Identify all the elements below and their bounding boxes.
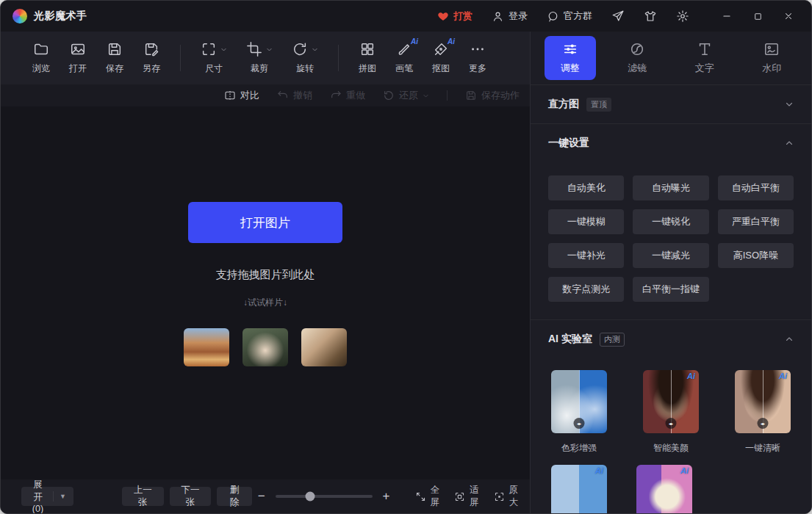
chevron-up-icon[interactable] [785,139,794,148]
previous-image-button[interactable]: 上一张 [122,487,164,506]
fit-screen-button[interactable]: 适屏 [454,484,479,509]
zoom-controls: − + [258,489,390,504]
tab-text[interactable]: 文字 [679,36,730,80]
undo-icon [277,90,289,101]
slider-handle-icon[interactable]: ◂▸ [758,418,769,429]
toolbar-rotate[interactable]: 旋转 [282,41,328,75]
fullscreen-button[interactable]: 全屏 [415,484,440,509]
zoom-slider[interactable] [276,495,373,498]
save-action-button[interactable]: 保存动作 [465,89,520,102]
ai-color-enhance[interactable]: ◂▸ 色彩增强 [551,370,607,455]
auto-white-balance-button[interactable]: 自动白平衡 [718,175,794,200]
ai-lab-thumb-partial[interactable]: Ai [551,465,607,513]
auto-exposure-button[interactable]: 自动曝光 [633,175,708,200]
ai-badge: Ai [779,372,787,380]
high-iso-denoise-button[interactable]: 高ISO降噪 [718,243,794,268]
official-group-link[interactable]: 官方群 [547,10,592,23]
toolbar-cutout[interactable]: Ai 抠图 [423,41,459,75]
maximize-button[interactable] [742,5,773,27]
tab-filters[interactable]: 滤镜 [611,36,663,80]
digital-spot-metering-button[interactable]: 数字点测光 [548,277,624,302]
close-button[interactable] [773,5,804,27]
collage-icon [359,41,376,57]
original-size-button[interactable]: 原大 [494,484,519,509]
one-key-section-header[interactable]: 一键设置 [531,123,811,162]
bottom-bar: 展开(0) ▼ 上一张 下一张 删除 − + 全屏 [1,479,530,513]
fit-screen-icon [454,491,465,502]
toolbar-brush[interactable]: Ai 画笔 [386,41,423,75]
toolbar-collage[interactable]: 拼图 [349,41,386,75]
toolbar-resize[interactable]: 尺寸 [191,41,237,75]
auto-beautify-button[interactable]: 自动美化 [548,175,624,200]
view-mode-controls: 全屏 适屏 原大 [415,484,519,509]
histogram-section-header[interactable]: 直方图 置顶 [531,84,811,123]
histogram-title: 直方图 [548,98,579,111]
theme-icon[interactable] [644,10,657,23]
one-key-fill-light-button[interactable]: 一键补光 [548,243,624,268]
login-link[interactable]: 登录 [492,10,528,23]
tab-watermark[interactable]: 水印 [746,36,797,80]
chevron-down-icon[interactable] [785,100,794,109]
user-icon [492,10,504,23]
severe-white-balance-button[interactable]: 严重白平衡 [718,209,794,234]
ai-color-enhance-thumb[interactable]: ◂▸ [551,370,607,433]
compare-button[interactable]: 对比 [224,89,259,102]
share-icon[interactable] [611,10,625,23]
watermark-icon [764,41,780,57]
restore-button[interactable]: 还原 [383,89,429,102]
delete-image-button[interactable]: 删除 [217,487,251,506]
ai-smart-beauty-thumb[interactable]: Ai ◂▸ [643,370,699,433]
sample-photo-portrait[interactable] [242,328,288,366]
restore-icon [383,90,395,101]
white-balance-one-touch-button[interactable]: 白平衡一指键 [633,277,708,302]
next-image-button[interactable]: 下一张 [170,487,212,506]
tab-adjust[interactable]: 调整 [545,36,596,80]
ai-lab-thumb-partial[interactable]: Ai [636,465,692,513]
zoom-out-button[interactable]: − [258,489,265,504]
sample-hint: ↓试试样片↓ [243,297,287,309]
image-icon [70,41,86,57]
sample-photo-desk[interactable] [301,328,347,366]
toolbar-open[interactable]: 打开 [60,41,96,75]
chevron-down-icon [266,46,273,53]
minimize-button[interactable] [711,5,742,27]
donate-link[interactable]: 打赏 [437,10,473,23]
toolbar-save[interactable]: 保存 [96,41,133,75]
undo-button[interactable]: 撤销 [277,89,312,102]
zoom-in-button[interactable]: + [383,489,390,504]
ai-one-key-clarity[interactable]: Ai ◂▸ 一键清晰 [735,370,791,455]
ai-badge: Ai [411,37,418,46]
text-icon [697,41,713,57]
ai-one-key-clarity-thumb[interactable]: Ai ◂▸ [735,370,791,433]
open-image-button[interactable]: 打开图片 [188,202,342,243]
separator [447,90,448,101]
caret-down-icon: ▼ [53,491,66,502]
slider-handle-icon[interactable]: ◂▸ [574,418,585,429]
pin-top-badge[interactable]: 置顶 [586,98,611,112]
redo-button[interactable]: 重做 [330,89,365,102]
zoom-slider-handle[interactable] [306,492,315,502]
heart-icon [437,10,449,22]
ai-smart-beauty[interactable]: Ai ◂▸ 智能美颜 [643,370,699,455]
chevron-up-icon[interactable] [785,335,794,344]
drag-drop-hint: 支持拖拽图片到此处 [216,268,315,282]
rotate-icon [292,41,308,57]
ai-badge: Ai [687,372,695,380]
ai-lab-section-header[interactable]: AI 实验室 内测 [531,319,811,358]
toolbar-more[interactable]: 更多 [459,41,496,75]
one-key-dim-light-button[interactable]: 一键减光 [633,243,708,268]
sliders-icon [562,41,578,57]
save-as-icon [143,41,159,57]
toolbar-browse[interactable]: 浏览 [23,41,60,75]
slider-handle-icon[interactable]: ◂▸ [666,418,677,429]
sample-photo-canyon[interactable] [184,328,229,366]
one-key-sharpen-button[interactable]: 一键锐化 [633,209,708,234]
expand-filmstrip-button[interactable]: 展开(0) ▼ [21,487,73,506]
toolbar-save-as[interactable]: 另存 [133,41,170,75]
ai-badge: Ai [448,37,455,46]
one-key-blur-button[interactable]: 一键模糊 [548,209,624,234]
toolbar-crop[interactable]: 裁剪 [237,41,282,75]
settings-icon[interactable] [676,10,689,23]
titlebar: 光影魔术手 打赏 登录 官方群 [1,1,811,32]
sub-toolbar: 对比 撤销 重做 还原 保存动作 [1,84,530,106]
